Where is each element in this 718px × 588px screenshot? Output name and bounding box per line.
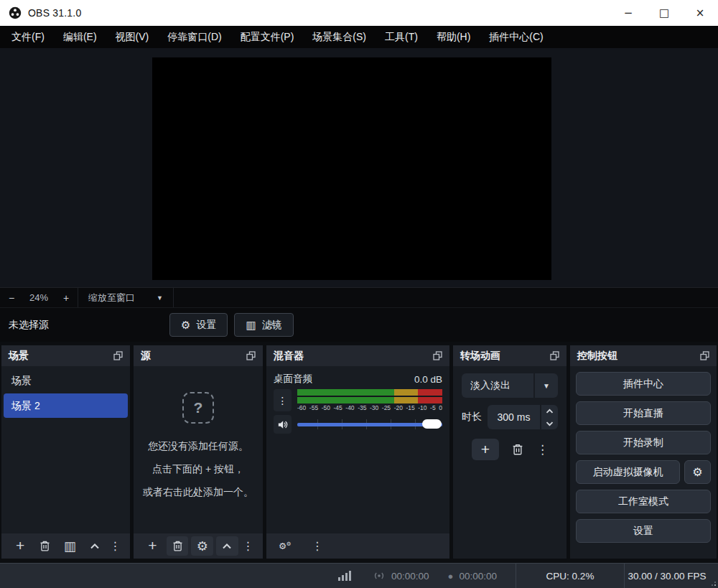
controls-body: 插件中心 开始直播 开始录制 启动虚拟摄像机 ⚙ 工作室模式 设置 — [570, 366, 717, 559]
menu-docks[interactable]: 停靠窗口(D) — [158, 26, 230, 48]
spin-up-button[interactable] — [541, 405, 558, 417]
maximize-button[interactable]: □ — [646, 0, 682, 26]
plugin-center-button[interactable]: 插件中心 — [576, 372, 711, 396]
svg-text:⚙: ⚙ — [286, 541, 292, 547]
popout-icon[interactable] — [113, 351, 123, 360]
remove-scene-button[interactable] — [34, 536, 55, 556]
properties-button-label: 设置 — [196, 319, 216, 332]
context-buttons: ⚙ 设置 ▥ 滤镜 — [169, 313, 294, 337]
minimize-button[interactable]: − — [610, 0, 646, 26]
empty-hint-line: 您还没有添加任何源。 — [148, 437, 248, 455]
start-virtual-camera-button[interactable]: 启动虚拟摄像机 — [576, 460, 680, 484]
popout-icon[interactable] — [433, 351, 442, 360]
sources-list[interactable]: ? 您还没有添加任何源。 点击下面的 + 按钮， 或者右击此处添加一个。 — [134, 366, 263, 533]
context-bar: 未选择源 ⚙ 设置 ▥ 滤镜 — [0, 307, 718, 342]
meter-bar-right — [297, 397, 442, 403]
scene-item-selected[interactable]: 场景 2 — [4, 393, 128, 418]
volume-slider[interactable] — [297, 415, 442, 434]
menu-edit[interactable]: 编辑(E) — [54, 26, 106, 48]
sources-panel: 源 ? 您还没有添加任何源。 点击下面的 + 按钮， 或者右击此处添加一个。 + — [134, 345, 263, 559]
settings-button[interactable]: 设置 — [576, 519, 711, 543]
add-source-button[interactable]: + — [141, 536, 164, 556]
title-bar: OBS 31.1.0 − □ × — [0, 0, 718, 26]
audio-db-value: 0.0 dB — [414, 374, 442, 385]
menu-bar: 文件(F) 编辑(E) 视图(V) 停靠窗口(D) 配置文件(P) 场景集合(S… — [0, 26, 718, 48]
sources-menu-button[interactable]: ⋮ — [241, 539, 255, 553]
scene-item[interactable]: 场景 — [4, 368, 128, 393]
mixer-toolbar: ⚙ ⚙ ⋮ — [266, 533, 449, 559]
filter-icon: ▥ — [64, 538, 76, 554]
record-timer: ● 00:00:00 — [448, 571, 497, 582]
zoom-in-button[interactable]: + — [55, 292, 78, 304]
audio-source-name: 桌面音频 — [274, 373, 312, 386]
sources-toolbar: + ⚙ ⋮ — [134, 533, 263, 559]
close-button[interactable]: × — [682, 0, 718, 26]
chevron-up-icon — [546, 409, 554, 414]
add-transition-button[interactable]: + — [472, 439, 499, 460]
record-time: 00:00:00 — [459, 571, 497, 582]
transition-menu-button[interactable]: ⋮ — [536, 442, 548, 457]
zoom-dropdown-button[interactable]: ▼ — [146, 288, 174, 307]
add-scene-button[interactable]: + — [9, 536, 31, 556]
plus-icon: + — [16, 538, 24, 553]
mixer-panel-title: 混音器 — [274, 350, 304, 363]
move-source-up-button[interactable] — [216, 536, 238, 556]
start-recording-button[interactable]: 开始录制 — [576, 431, 711, 454]
menu-profile[interactable]: 配置文件(P) — [231, 26, 304, 48]
fit-to-window-label[interactable]: 缩放至窗口 — [78, 291, 146, 304]
scene-filters-button[interactable]: ▥ — [59, 536, 80, 556]
duration-spinbox[interactable]: 300 ms — [488, 405, 558, 429]
popout-icon[interactable] — [246, 351, 256, 360]
menu-scene-collection[interactable]: 场景集合(S) — [303, 26, 376, 48]
signal-strength-icon — [338, 571, 351, 581]
scenes-panel-title: 场景 — [9, 350, 29, 363]
gear-icon: ⚙ — [197, 538, 208, 554]
menu-help[interactable]: 帮助(H) — [427, 26, 480, 48]
filters-button[interactable]: ▥ 滤镜 — [234, 313, 293, 337]
properties-button[interactable]: ⚙ 设置 — [169, 313, 228, 337]
audio-mixer-panel: 混音器 桌面音频 0.0 dB ⋮ — [266, 345, 449, 559]
mute-button[interactable] — [274, 415, 292, 434]
broadcast-icon — [373, 571, 386, 581]
mixer-panel-header: 混音器 — [266, 345, 449, 366]
move-scene-up-button[interactable] — [83, 536, 105, 556]
no-source-label: 未选择源 — [9, 319, 49, 332]
menu-view[interactable]: 视图(V) — [106, 26, 159, 48]
transition-select-value: 淡入淡出 — [462, 379, 533, 392]
duration-value: 300 ms — [488, 405, 540, 429]
preview-canvas[interactable] — [152, 57, 551, 280]
zoom-out-button[interactable]: − — [0, 292, 23, 304]
mixer-source-menu-button[interactable]: ⋮ — [274, 389, 292, 411]
fps-counter: 30.00 / 30.00 FPS — [625, 571, 709, 582]
remove-source-button[interactable] — [167, 536, 189, 556]
start-streaming-button[interactable]: 开始直播 — [576, 401, 711, 425]
transitions-panel-title: 转场动画 — [460, 350, 500, 363]
spin-down-button[interactable] — [541, 417, 558, 429]
scenes-list: 场景 场景 2 — [1, 366, 130, 533]
preview-zoom-bar: − 24% + 缩放至窗口 ▼ — [0, 287, 718, 307]
empty-hint-line: 点击下面的 + 按钮， — [152, 460, 244, 478]
remove-transition-button[interactable] — [511, 443, 524, 456]
preview-area — [0, 48, 718, 287]
menu-file[interactable]: 文件(F) — [2, 26, 54, 48]
cpu-usage: CPU: 0.2% — [516, 571, 624, 582]
menu-tools[interactable]: 工具(T) — [376, 26, 427, 48]
resize-grip[interactable] — [709, 564, 718, 588]
menu-plugin-center[interactable]: 插件中心(C) — [480, 26, 552, 48]
slider-handle[interactable] — [422, 419, 442, 429]
trash-icon — [511, 443, 524, 456]
popout-icon[interactable] — [700, 351, 709, 360]
virtual-camera-settings-button[interactable]: ⚙ — [684, 460, 711, 484]
controls-panel-header: 控制按钮 — [570, 345, 717, 366]
studio-mode-button[interactable]: 工作室模式 — [576, 490, 711, 513]
mixer-menu-button[interactable]: ⋮ — [310, 539, 325, 553]
transition-select[interactable]: 淡入淡出 ▼ — [462, 373, 558, 398]
source-properties-button[interactable]: ⚙ — [191, 536, 213, 556]
speaker-icon — [276, 419, 289, 431]
scenes-panel-header: 场景 — [1, 345, 130, 366]
filters-button-label: 滤镜 — [262, 319, 282, 332]
scenes-menu-button[interactable]: ⋮ — [108, 539, 122, 553]
advanced-audio-button[interactable]: ⚙ ⚙ — [274, 536, 297, 556]
popout-icon[interactable] — [550, 351, 559, 360]
empty-hint-line: 或者右击此处添加一个。 — [143, 483, 253, 501]
